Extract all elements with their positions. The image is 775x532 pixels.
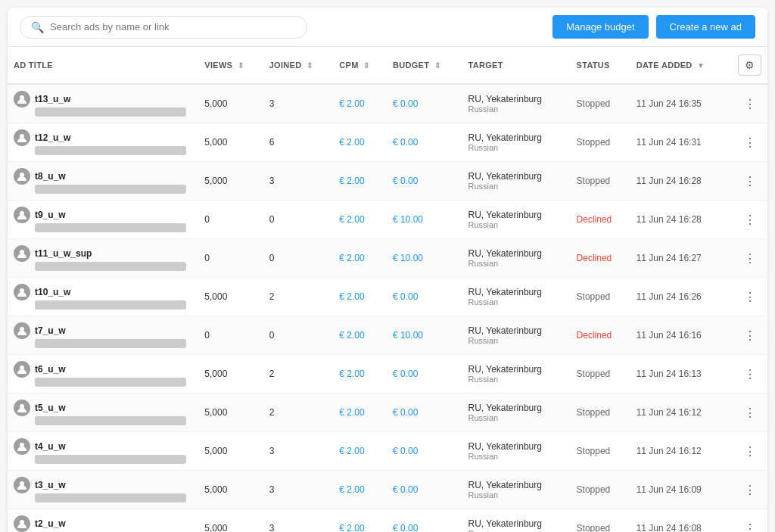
row-menu-button[interactable]: ⋮: [739, 95, 761, 114]
ad-link[interactable]: ████████████████████: [35, 416, 186, 425]
cpm-cell: € 2.00: [333, 394, 387, 432]
target-lang: Russian: [468, 143, 565, 152]
target-cell: RU, YekaterinburgRussian: [462, 239, 571, 278]
avatar: [14, 129, 30, 146]
row-menu-button[interactable]: ⋮: [739, 481, 761, 499]
column-settings-button[interactable]: ⚙: [738, 54, 761, 76]
th-cpm[interactable]: CPM ⇕: [333, 47, 387, 84]
ad-title-cell: t8_u_w ████████████████████: [8, 162, 198, 201]
ad-title-cell: t6_u_w ████████████████████: [8, 355, 198, 394]
date-cell: 11 Jun 24 16:13: [630, 355, 732, 394]
date-cell: 11 Jun 24 16:26: [630, 278, 732, 316]
ad-link[interactable]: ████████████████████: [35, 455, 186, 464]
date-cell: 11 Jun 24 16:27: [630, 239, 732, 278]
th-ad-title: AD TITLE: [8, 47, 198, 84]
row-menu-button[interactable]: ⋮: [739, 326, 761, 345]
budget-cell: € 0.00: [387, 355, 462, 394]
create-ad-button[interactable]: Create a new ad: [656, 15, 755, 39]
ad-name: t11_u_w_sup: [14, 245, 192, 262]
ad-link[interactable]: ████████████████████: [35, 300, 186, 310]
joined-cell: 3: [263, 84, 334, 123]
target-cell: RU, YekaterinburgRussian: [462, 84, 571, 123]
views-cell: 0: [198, 239, 263, 278]
ad-link[interactable]: ████████████████████: [35, 339, 186, 348]
th-views[interactable]: VIEWS ⇕: [198, 47, 263, 84]
row-menu-button[interactable]: ⋮: [739, 210, 761, 229]
views-cell: 0: [198, 316, 263, 355]
th-budget[interactable]: BUDGET ⇕: [387, 47, 462, 84]
joined-cell: 3: [263, 162, 334, 201]
row-menu-cell: ⋮: [732, 278, 767, 316]
table-row: t9_u_w ████████████████████ 00€ 2.00€ 10…: [8, 201, 767, 239]
table-row: t3_u_w ████████████████████ 5,0003€ 2.00…: [8, 471, 767, 509]
budget-cell: € 0.00: [387, 509, 462, 533]
joined-cell: 3: [263, 509, 334, 533]
target-cell: RU, YekaterinburgRussian: [462, 394, 571, 432]
row-menu-button[interactable]: ⋮: [739, 172, 761, 191]
ad-name-text: t9_u_w: [35, 210, 66, 220]
status-badge: Stopped: [577, 484, 611, 495]
avatar: [14, 284, 30, 300]
status-badge: Stopped: [577, 407, 611, 418]
ad-title-cell: t9_u_w ████████████████████: [8, 201, 198, 239]
status-badge: Stopped: [577, 98, 611, 109]
status-badge: Declined: [577, 253, 612, 263]
row-menu-cell: ⋮: [732, 394, 767, 432]
row-menu-button[interactable]: ⋮: [739, 519, 761, 533]
views-cell: 5,000: [198, 432, 263, 471]
target-lang: Russian: [468, 259, 565, 268]
row-menu-button[interactable]: ⋮: [739, 249, 761, 268]
target-lang: Russian: [468, 104, 565, 114]
ad-title-cell: t10_u_w ████████████████████: [8, 278, 198, 316]
avatar: [14, 438, 30, 455]
target-cell: RU, YekaterinburgRussian: [462, 432, 571, 471]
ad-link[interactable]: ████████████████████: [35, 185, 186, 194]
target-cell: RU, YekaterinburgRussian: [462, 162, 571, 201]
ad-link[interactable]: ████████████████████: [35, 493, 186, 502]
ad-link[interactable]: ████████████████████: [35, 223, 186, 232]
avatar: [14, 207, 30, 223]
ad-link[interactable]: ████████████████████: [35, 262, 186, 271]
row-menu-button[interactable]: ⋮: [739, 442, 761, 461]
cpm-cell: € 2.00: [333, 84, 387, 123]
ad-link[interactable]: ████████████████████: [35, 107, 186, 117]
date-cell: 11 Jun 24 16:12: [630, 394, 732, 432]
ad-link[interactable]: ████████████████████: [35, 378, 186, 387]
th-date-added[interactable]: DATE ADDED ▼: [630, 47, 732, 84]
budget-cell: € 0.00: [387, 84, 462, 123]
budget-cell: € 0.00: [387, 432, 462, 471]
cpm-cell: € 2.00: [333, 432, 387, 471]
ad-name: t5_u_w: [14, 400, 192, 416]
th-joined[interactable]: JOINED ⇕: [263, 47, 334, 84]
cpm-cell: € 2.00: [333, 316, 387, 355]
budget-cell: € 0.00: [387, 123, 462, 162]
ad-name: t10_u_w: [14, 284, 192, 300]
row-menu-button[interactable]: ⋮: [739, 403, 761, 422]
status-cell: Declined: [571, 239, 630, 278]
row-menu-button[interactable]: ⋮: [739, 365, 761, 384]
joined-cell: 3: [263, 471, 334, 509]
status-badge: Stopped: [577, 137, 611, 148]
date-sort-icon: ▼: [697, 61, 705, 70]
joined-cell: 6: [263, 123, 334, 162]
search-box[interactable]: 🔍: [20, 16, 307, 39]
views-cell: 5,000: [198, 509, 263, 533]
target-cell: RU, YekaterinburgRussian: [462, 201, 571, 239]
views-cell: 5,000: [198, 471, 263, 509]
row-menu-button[interactable]: ⋮: [739, 288, 761, 306]
row-menu-button[interactable]: ⋮: [739, 133, 761, 152]
manage-budget-button[interactable]: Manage budget: [552, 15, 648, 39]
search-icon: 🔍: [31, 21, 44, 33]
table-body: t13_u_w ████████████████████ 5,0003€ 2.0…: [8, 84, 767, 532]
ad-name-text: t2_u_w: [35, 518, 66, 529]
ad-name-text: t5_u_w: [35, 403, 66, 413]
avatar: [14, 515, 30, 532]
ad-link[interactable]: ████████████████████: [35, 146, 186, 155]
top-buttons: Manage budget Create a new ad: [552, 15, 755, 39]
budget-cell: € 0.00: [387, 162, 462, 201]
status-badge: Stopped: [577, 176, 611, 186]
avatar: [14, 361, 30, 378]
views-cell: 5,000: [198, 394, 263, 432]
table-row: t2_u_w ████████████████████ 5,0003€ 2.00…: [8, 509, 767, 533]
search-input[interactable]: [50, 21, 296, 33]
